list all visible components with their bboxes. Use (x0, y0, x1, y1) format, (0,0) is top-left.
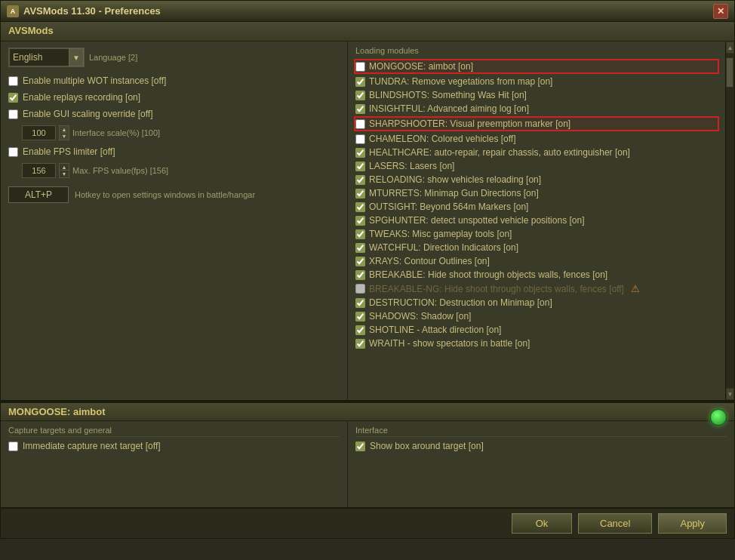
module-checkbox-19[interactable] (355, 325, 365, 335)
module-checkbox-6[interactable] (355, 148, 365, 158)
scrollbar-down[interactable]: ▼ (726, 388, 734, 400)
module-item[interactable]: SHARPSHOOTER: Visual preemption marker [… (354, 116, 719, 131)
module-item[interactable]: SHOTLINE - Attack direction [on] (354, 323, 719, 337)
fps-value-input[interactable] (22, 163, 56, 178)
interface-scale-row: ▲ ▼ Interface scale(%) [100] (22, 125, 340, 141)
module-item[interactable]: MONGOOSE: aimbot [on] (354, 59, 719, 74)
module-item[interactable]: XRAYS: Contour Outlines [on] (354, 254, 719, 268)
content-area: AVSMods English ▼ Language [2] (1, 22, 734, 538)
module-label-11: SPGHUNTER: detect unspotted vehicle posi… (369, 215, 584, 226)
fps-limiter-checkbox[interactable] (8, 147, 18, 157)
module-checkbox-3[interactable] (355, 104, 365, 114)
module-checkbox-1[interactable] (355, 77, 365, 87)
spin-up[interactable]: ▲ (62, 126, 67, 133)
module-checkbox-8[interactable] (355, 175, 365, 185)
module-checkbox-16[interactable] (355, 284, 365, 294)
ok-button[interactable]: Ok (512, 513, 572, 534)
replays-label: Enable replays recording [on] (23, 92, 140, 103)
module-item[interactable]: SPGHUNTER: detect unspotted vehicle posi… (354, 214, 719, 227)
module-checkbox-11[interactable] (355, 216, 365, 226)
modules-list[interactable]: MONGOOSE: aimbot [on]TUNDRA: Remove vege… (348, 57, 725, 400)
module-label-4: SHARPSHOOTER: Visual preemption marker [… (369, 118, 570, 129)
language-row: English ▼ Language [2] (8, 48, 340, 67)
scrollbar-track[interactable] (726, 54, 734, 388)
hotkey-label: Hotkey to open settings windows in battl… (75, 190, 255, 199)
module-item[interactable]: BREAKABLE-NG: Hide shoot through objects… (354, 282, 719, 296)
scrollbar-up[interactable]: ▲ (726, 42, 734, 54)
module-checkbox-14[interactable] (355, 257, 365, 266)
gui-scaling-checkbox[interactable] (8, 109, 18, 119)
module-item[interactable]: TWEAKS: Misc gameplay tools [on] (354, 227, 719, 241)
fps-limiter-label: Enable FPS limiter [off] (23, 146, 115, 157)
bottom-section: MONGOOSE: aimbot Capture targets and gen… (1, 402, 734, 507)
module-label-2: BLINDSHOTS: Something Was Hit [on] (369, 90, 527, 100)
replays-checkbox[interactable] (8, 93, 18, 103)
fps-spinner[interactable]: ▲ ▼ (59, 163, 69, 178)
module-item[interactable]: TUNDRA: Remove vegetations from map [on] (354, 75, 719, 88)
immediate-capture-row: Immediate capture next target [off] (8, 440, 340, 452)
module-item[interactable]: SHADOWS: Shadow [on] (354, 309, 719, 323)
module-item[interactable]: WATCHFUL: Direction Indicators [on] (354, 241, 719, 254)
module-item[interactable]: BREAKABLE: Hide shoot through objects wa… (354, 268, 719, 282)
apply-button[interactable]: Apply (658, 513, 727, 534)
fps-spin-up[interactable]: ▲ (60, 164, 69, 171)
module-checkbox-15[interactable] (355, 270, 365, 280)
fps-spin-down[interactable]: ▼ (60, 171, 69, 177)
module-item[interactable]: RELOADING: show vehicles reloading [on] (354, 173, 719, 186)
module-checkbox-9[interactable] (355, 189, 365, 198)
module-label-8: RELOADING: show vehicles reloading [on] (369, 174, 541, 185)
bottom-right: Interface Show box around target [on] (348, 421, 734, 507)
module-item[interactable]: WRAITH - show spectators in battle [on] (354, 337, 719, 350)
module-checkbox-10[interactable] (355, 202, 365, 212)
module-checkbox-4[interactable] (355, 119, 365, 129)
immediate-capture-checkbox[interactable] (8, 442, 18, 451)
show-box-checkbox[interactable] (355, 442, 365, 451)
close-button[interactable]: ✕ (713, 4, 728, 19)
module-label-5: CHAMELEON: Colored vehicles [off] (369, 134, 516, 144)
main-window: A AVSMods 11.30 - Preferences ✕ AVSMods … (0, 0, 735, 539)
multi-wot-checkbox[interactable] (8, 76, 18, 86)
green-indicator (710, 409, 727, 426)
spin-down[interactable]: ▼ (62, 133, 67, 140)
bottom-panels: Capture targets and general Immediate ca… (1, 421, 734, 507)
module-checkbox-0[interactable] (355, 62, 365, 72)
multi-wot-row: Enable multiple WOT instances [off] (8, 75, 340, 87)
module-item[interactable]: INSIGHTFUL: Advanced aiming log [on] (354, 102, 719, 115)
cancel-button[interactable]: Cancel (578, 513, 652, 534)
module-checkbox-5[interactable] (355, 134, 365, 144)
scrollbar-thumb[interactable] (726, 57, 733, 88)
right-scrollbar[interactable]: ▲ ▼ (725, 42, 734, 400)
interface-scale-label: Interface scale(%) [100] (72, 128, 160, 137)
module-checkbox-13[interactable] (355, 243, 365, 253)
language-select[interactable]: English (9, 48, 69, 66)
module-label-18: SHADOWS: Shadow [on] (369, 311, 471, 322)
replays-row: Enable replays recording [on] (8, 91, 340, 103)
module-item[interactable]: HEALTHCARE: auto-repair, repair chassis,… (354, 146, 719, 159)
module-label-10: OUTSIGHT: Beyond 564m Markers [on] (369, 202, 528, 212)
gui-scaling-label: Enable GUI scaling override [off] (23, 109, 153, 119)
module-checkbox-2[interactable] (355, 91, 365, 100)
footer: Ok Cancel Apply (1, 507, 734, 538)
module-item[interactable]: CHAMELEON: Colored vehicles [off] (354, 132, 719, 146)
hotkey-row: ALT+P Hotkey to open settings windows in… (8, 186, 340, 203)
hotkey-button[interactable]: ALT+P (8, 186, 69, 203)
module-label-3: INSIGHTFUL: Advanced aiming log [on] (369, 103, 529, 114)
title-bar-left: A AVSMods 11.30 - Preferences (7, 5, 161, 17)
module-item[interactable]: OUTSIGHT: Beyond 564m Markers [on] (354, 200, 719, 214)
module-checkbox-7[interactable] (355, 162, 365, 171)
interface-scale-input[interactable] (22, 125, 56, 140)
module-checkbox-12[interactable] (355, 229, 365, 239)
module-item[interactable]: BLINDSHOTS: Something Was Hit [on] (354, 88, 719, 102)
module-checkbox-18[interactable] (355, 312, 365, 322)
module-item[interactable]: MTURRETS: Minimap Gun Directions [on] (354, 186, 719, 200)
module-item[interactable]: DESTRUCTION: Destruction on Minimap [on] (354, 296, 719, 309)
right-panel: Loading modules MONGOOSE: aimbot [on]TUN… (348, 42, 734, 400)
module-checkbox-17[interactable] (355, 298, 365, 308)
title-bar: A AVSMods 11.30 - Preferences ✕ (1, 1, 734, 22)
module-item[interactable]: LASERS: Lasers [on] (354, 159, 719, 173)
interface-scale-spinner[interactable]: ▲ ▼ (59, 125, 69, 140)
bottom-left: Capture targets and general Immediate ca… (1, 421, 348, 507)
module-checkbox-20[interactable] (355, 339, 365, 349)
language-dropdown-arrow[interactable]: ▼ (69, 48, 84, 66)
fps-value-row: ▲ ▼ Max. FPS value(fps) [156] (22, 162, 340, 179)
